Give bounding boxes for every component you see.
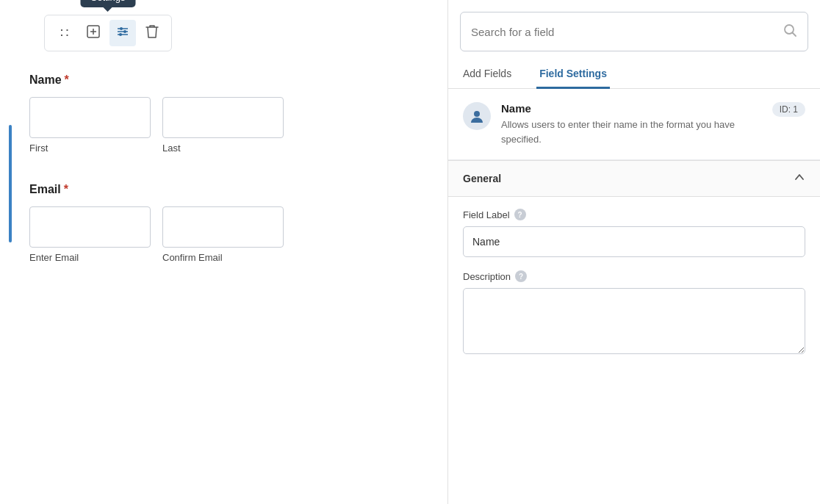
description-setting: Description ?	[463, 270, 805, 357]
general-section-title: General	[463, 173, 501, 184]
description-label: Description ?	[463, 270, 805, 282]
svg-point-8	[119, 33, 122, 36]
general-section-header[interactable]: General	[448, 161, 820, 196]
tab-add-fields[interactable]: Add Fields	[460, 60, 514, 89]
add-field-button[interactable]	[80, 20, 107, 46]
name-field-label: Name *	[29, 73, 425, 87]
field-id-badge: ID: 1	[772, 102, 805, 117]
search-icon	[783, 23, 797, 41]
field-info-content: Name Allows users to enter their name in…	[501, 102, 762, 146]
drag-handle-button[interactable]: ∷	[51, 20, 77, 46]
confirm-email-sublabel: Confirm Email	[162, 252, 284, 263]
enter-email-input[interactable]	[29, 206, 151, 248]
first-sublabel: First	[29, 143, 151, 154]
settings-tooltip: Settings	[81, 0, 136, 7]
left-panel: Settings ∷	[0, 0, 448, 504]
enter-email-group: Enter Email	[29, 206, 151, 263]
last-name-group: Last	[162, 97, 284, 154]
description-textarea[interactable]	[463, 288, 805, 354]
email-field-label: Email *	[29, 183, 425, 196]
field-avatar	[463, 102, 491, 130]
svg-point-6	[120, 27, 123, 30]
description-help-icon[interactable]: ?	[515, 270, 527, 282]
field-info-title: Name	[501, 102, 762, 115]
settings-button[interactable]	[109, 20, 136, 46]
first-name-group: First	[29, 97, 151, 154]
field-info: Name Allows users to enter their name in…	[448, 89, 820, 160]
tab-field-settings[interactable]: Field Settings	[536, 60, 610, 89]
first-name-input[interactable]	[29, 97, 151, 138]
tabs: Add Fields Field Settings	[448, 60, 820, 89]
confirm-email-input[interactable]	[162, 206, 284, 248]
drag-icon: ∷	[60, 25, 68, 41]
search-bar[interactable]	[460, 12, 808, 51]
svg-point-7	[123, 30, 126, 33]
email-field-inputs: Enter Email Confirm Email	[29, 206, 425, 263]
field-label-setting: Field Label ?	[463, 209, 805, 257]
email-field-section: Email * Enter Email Confirm Email	[22, 183, 425, 263]
delete-button[interactable]	[139, 20, 165, 46]
right-panel: Add Fields Field Settings Name Allows us…	[448, 0, 820, 504]
chevron-up-icon	[794, 171, 805, 186]
scroll-indicator	[9, 125, 12, 242]
trash-icon	[145, 24, 159, 43]
general-section: General	[448, 160, 820, 197]
field-label-label: Field Label ?	[463, 209, 805, 220]
svg-point-11	[474, 111, 480, 117]
svg-line-10	[793, 32, 796, 36]
settings-content: Field Label ? Description ?	[448, 197, 820, 382]
add-icon	[86, 24, 101, 43]
name-field-section: Name * First Last	[22, 73, 425, 154]
search-input[interactable]	[471, 26, 783, 38]
field-label-help-icon[interactable]: ?	[514, 209, 526, 220]
enter-email-sublabel: Enter Email	[29, 252, 151, 263]
name-field-inputs: First Last	[29, 97, 425, 154]
toolbar: Settings ∷	[44, 15, 172, 51]
field-label-input[interactable]	[463, 226, 805, 257]
confirm-email-group: Confirm Email	[162, 206, 284, 263]
field-info-description: Allows users to enter their name in the …	[501, 118, 762, 146]
last-name-input[interactable]	[162, 97, 284, 138]
settings-sliders-icon	[115, 24, 130, 43]
last-sublabel: Last	[162, 143, 284, 154]
